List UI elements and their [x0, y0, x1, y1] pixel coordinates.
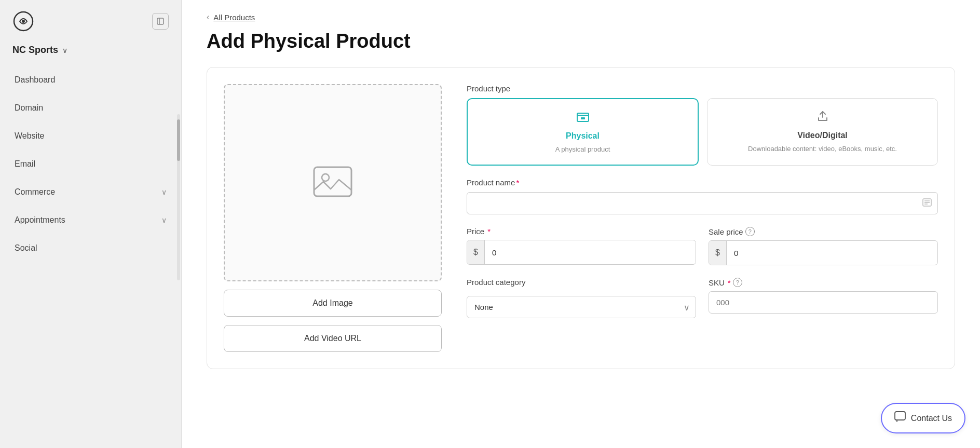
sale-price-info-icon[interactable]: ? — [745, 227, 755, 236]
product-type-label: Product type — [467, 84, 938, 93]
sidebar-item-commerce[interactable]: Commerce ∨ — [0, 178, 181, 206]
sale-price-input[interactable] — [727, 242, 937, 264]
form-panel: Product type Physical A physical product — [467, 84, 938, 352]
svg-rect-2 — [157, 18, 164, 24]
svg-point-5 — [322, 174, 329, 181]
price-required-star: * — [487, 227, 491, 236]
sale-price-group: Sale price ? $ — [709, 227, 938, 265]
sale-price-label: Sale price ? — [709, 227, 938, 236]
main-content: ‹ All Products Add Physical Product Add … — [182, 0, 980, 448]
price-input[interactable] — [485, 242, 696, 263]
sku-info-icon[interactable]: ? — [733, 278, 742, 287]
digital-type-desc: Downloadable content: video, eBooks, mus… — [748, 144, 897, 154]
contact-us-button[interactable]: Contact Us — [881, 403, 965, 433]
product-category-select-wrap: None ∨ — [467, 296, 696, 318]
cat-sku-row: Product category None ∨ SKU* ? — [467, 278, 938, 318]
product-type-physical[interactable]: Physical A physical product — [467, 98, 699, 166]
sidebar-item-label-domain: Domain — [15, 103, 43, 113]
logo-icon — [12, 10, 34, 32]
appointments-chevron-icon: ∨ — [161, 216, 167, 224]
breadcrumb: ‹ All Products — [207, 12, 955, 22]
workspace-name: NC Sports — [12, 45, 58, 56]
commerce-chevron-icon: ∨ — [161, 188, 167, 196]
contact-us-label: Contact Us — [911, 414, 952, 423]
breadcrumb-arrow-icon: ‹ — [207, 12, 209, 22]
sku-required-star: * — [728, 278, 731, 287]
product-category-select[interactable]: None — [467, 296, 696, 318]
price-group: Price* $ — [467, 227, 696, 265]
add-video-button[interactable]: Add Video URL — [224, 325, 442, 352]
sidebar-item-website[interactable]: Website — [0, 122, 181, 150]
product-type-row: Physical A physical product Video/Digita… — [467, 98, 938, 166]
page-title: Add Physical Product — [207, 30, 955, 52]
image-panel: Add Image Add Video URL — [224, 84, 442, 352]
sidebar-item-label-appointments: Appointments — [15, 215, 65, 225]
product-name-label: Product name* — [467, 178, 938, 187]
text-format-icon — [922, 198, 932, 209]
sku-input[interactable] — [709, 291, 938, 314]
digital-type-title: Video/Digital — [797, 131, 848, 140]
product-type-digital[interactable]: Video/Digital Downloadable content: vide… — [707, 98, 938, 166]
svg-rect-7 — [581, 117, 585, 119]
sidebar-item-dashboard[interactable]: Dashboard — [0, 66, 181, 94]
scroll-track — [177, 114, 180, 280]
product-category-group: Product category None ∨ — [467, 278, 696, 318]
image-dropzone[interactable] — [224, 84, 442, 281]
workspace-selector[interactable]: NC Sports ∨ — [0, 40, 181, 66]
product-type-group: Product type Physical A physical product — [467, 84, 938, 166]
workspace-chevron-icon: ∨ — [62, 46, 67, 55]
sidebar: NC Sports ∨ Dashboard Domain Website Ema… — [0, 0, 182, 448]
digital-product-icon — [815, 109, 830, 127]
product-name-input-wrap — [467, 192, 938, 214]
sidebar-nav: Dashboard Domain Website Email Commerce … — [0, 66, 181, 448]
chat-icon — [894, 411, 906, 425]
scroll-thumb[interactable] — [177, 119, 180, 161]
image-placeholder-icon — [312, 163, 353, 202]
sidebar-item-domain[interactable]: Domain — [0, 94, 181, 122]
sku-label: SKU* ? — [709, 278, 938, 287]
sale-price-input-wrap: $ — [709, 240, 938, 265]
physical-type-desc: A physical product — [555, 145, 610, 154]
sidebar-item-label-website: Website — [15, 131, 45, 141]
svg-rect-12 — [895, 412, 905, 420]
sale-price-currency-symbol: $ — [709, 241, 727, 265]
price-label: Price* — [467, 227, 696, 236]
physical-product-icon — [576, 110, 590, 127]
product-name-required-star: * — [516, 178, 519, 187]
sidebar-item-appointments[interactable]: Appointments ∨ — [0, 206, 181, 234]
sidebar-item-label-social: Social — [15, 243, 37, 253]
product-name-group: Product name* — [467, 178, 938, 214]
sidebar-item-email[interactable]: Email — [0, 150, 181, 178]
svg-rect-4 — [314, 167, 351, 196]
price-currency-symbol: $ — [467, 240, 485, 264]
price-input-wrap: $ — [467, 240, 696, 265]
price-row: Price* $ Sale price ? $ — [467, 227, 938, 265]
svg-point-1 — [22, 20, 25, 23]
form-card: Add Image Add Video URL Product type — [207, 67, 955, 369]
sidebar-item-label-commerce: Commerce — [15, 187, 55, 197]
sidebar-item-social[interactable]: Social — [0, 234, 181, 262]
collapse-sidebar-button[interactable] — [152, 13, 169, 30]
sidebar-item-label-email: Email — [15, 159, 35, 169]
physical-type-title: Physical — [566, 131, 600, 141]
sidebar-item-label-dashboard: Dashboard — [15, 75, 55, 85]
sidebar-top — [0, 0, 181, 40]
product-name-input[interactable] — [467, 192, 938, 214]
product-category-label: Product category — [467, 278, 696, 287]
breadcrumb-link[interactable]: All Products — [213, 13, 255, 22]
sku-group: SKU* ? — [709, 278, 938, 318]
add-image-button[interactable]: Add Image — [224, 290, 442, 317]
